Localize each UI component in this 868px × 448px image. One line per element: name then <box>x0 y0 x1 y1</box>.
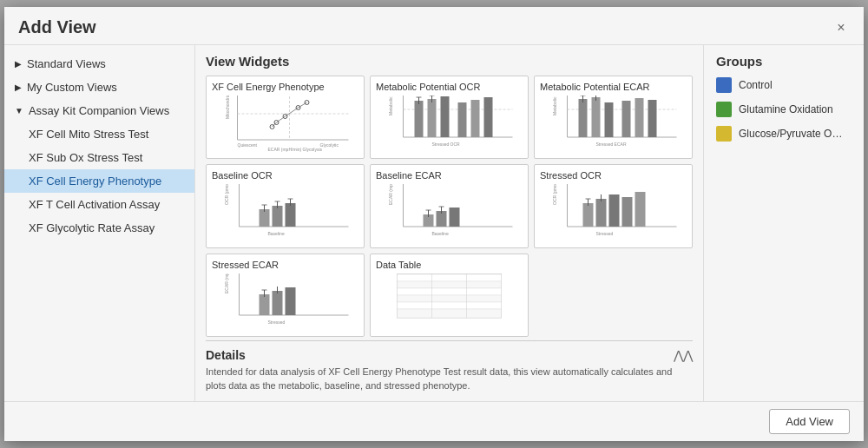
widget-chart-scatter: Mitochondrial Respiration OCR (pmol/min)… <box>212 96 358 153</box>
add-view-button[interactable]: Add View <box>769 409 850 434</box>
svg-rect-23 <box>415 101 424 137</box>
svg-rect-99 <box>398 288 502 295</box>
groups-panel: Groups Control Glutamine Oxidation Gluco… <box>703 45 864 401</box>
svg-text:Stressed ECAR: Stressed ECAR <box>596 142 627 147</box>
svg-rect-42 <box>635 98 644 137</box>
widget-stressed-ecar[interactable]: Stressed ECAR ECAR (mpH/min) <box>206 254 365 337</box>
svg-rect-40 <box>605 102 614 137</box>
widget-baseline-ecar[interactable]: Baseline ECAR ECAR (mpH/min) <box>370 164 529 247</box>
modal-header: Add View × <box>4 7 864 45</box>
widget-title: Baseline ECAR <box>376 170 523 181</box>
widget-title: Baseline OCR <box>212 170 358 181</box>
svg-line-17 <box>299 102 307 108</box>
svg-text:Stressed: Stressed <box>268 320 286 325</box>
widget-baseline-ocr[interactable]: Baseline OCR OCR (pmol/min) <box>206 164 365 247</box>
widget-chart-bar-pct: Metabolic Potential (% baseline) <box>376 96 523 153</box>
svg-rect-80 <box>635 192 646 227</box>
chevron-down-icon: ▼ <box>15 106 23 115</box>
svg-text:ECAR (mpH/min) Glycolysis: ECAR (mpH/min) Glycolysis <box>268 147 323 152</box>
sidebar-item-assay-kit[interactable]: ▼ Assay Kit Companion Views <box>4 99 194 122</box>
svg-rect-26 <box>458 102 467 137</box>
group-item-control: Control <box>716 77 852 93</box>
svg-line-16 <box>286 108 299 116</box>
group-label-control: Control <box>739 79 773 91</box>
svg-rect-88 <box>260 294 270 315</box>
chevron-right-icon: ▶ <box>15 59 22 69</box>
sidebar-item-label: XF T Cell Activation Assay <box>29 198 160 211</box>
sidebar-item-label: XF Glycolytic Rate Assay <box>29 221 155 234</box>
widget-chart-baseline-ecar: ECAR (mpH/min) Baseline <box>376 184 523 241</box>
svg-rect-27 <box>471 100 480 137</box>
widget-chart-bar-pct2: Metabolic Potential (% baseline) <box>540 96 687 153</box>
widget-title: Stressed OCR <box>540 170 687 181</box>
sidebar-item-label: Assay Kit Companion Views <box>29 104 169 117</box>
sidebar-item-my-custom-views[interactable]: ▶ My Custom Views <box>4 76 194 99</box>
svg-rect-101 <box>398 302 502 309</box>
modal-body: ▶ Standard Views ▶ My Custom Views ▼ Ass… <box>4 45 864 401</box>
svg-text:Baseline: Baseline <box>432 231 449 236</box>
svg-rect-102 <box>398 309 502 318</box>
svg-rect-38 <box>579 99 588 137</box>
widget-xf-cell-energy-phenotype[interactable]: XF Cell Energy Phenotype Mitochondrial R… <box>206 76 365 159</box>
details-header: Details ⋀⋀ <box>206 348 693 362</box>
svg-rect-67 <box>450 208 460 227</box>
svg-text:Stressed OCR: Stressed OCR <box>432 142 461 147</box>
close-button[interactable]: × <box>832 19 850 36</box>
sidebar-item-standard-views[interactable]: ▶ Standard Views <box>4 52 194 76</box>
details-section: Details ⋀⋀ Intended for data analysis of… <box>206 340 693 392</box>
svg-text:Glycolytic: Glycolytic <box>320 142 339 148</box>
widget-title: Stressed ECAR <box>212 260 358 270</box>
group-label-glutamine: Glutamine Oxidation <box>739 103 833 115</box>
svg-rect-98 <box>398 281 502 288</box>
svg-rect-77 <box>596 199 607 227</box>
svg-text:Stressed: Stressed <box>596 231 614 236</box>
svg-rect-76 <box>583 203 594 227</box>
groups-title: Groups <box>716 54 852 69</box>
details-collapse-button[interactable]: ⋀⋀ <box>674 348 693 362</box>
widgets-grid: XF Cell Energy Phenotype Mitochondrial R… <box>206 76 693 337</box>
add-view-modal: Add View × ▶ Standard Views ▶ My Custom … <box>4 7 864 441</box>
group-color-glucose <box>716 126 732 142</box>
widget-metabolic-potential-ecar[interactable]: Metabolic Potential ECAR Metabolic Poten… <box>534 76 693 159</box>
svg-rect-24 <box>428 99 437 137</box>
widget-title: Metabolic Potential OCR <box>376 82 523 92</box>
sidebar-item-label: Standard Views <box>27 57 106 70</box>
modal-overlay: Add View × ▶ Standard Views ▶ My Custom … <box>0 0 868 448</box>
svg-rect-41 <box>622 101 631 137</box>
svg-rect-89 <box>273 291 283 315</box>
svg-text:Metabolic Potential (% baselin: Metabolic Potential (% baseline) <box>388 96 393 115</box>
svg-text:OCR (pmol/min): OCR (pmol/min) <box>552 184 557 204</box>
svg-text:ECAR (mpH/min): ECAR (mpH/min) <box>224 273 229 293</box>
svg-rect-79 <box>622 197 633 227</box>
widget-metabolic-potential-ocr[interactable]: Metabolic Potential OCR Metabolic Potent… <box>370 76 529 159</box>
widget-title: XF Cell Energy Phenotype <box>212 82 358 92</box>
details-title: Details <box>206 348 246 362</box>
group-color-control <box>716 77 732 93</box>
svg-text:OCR (pmol/min): OCR (pmol/min) <box>224 184 229 204</box>
svg-rect-96 <box>398 273 502 274</box>
svg-rect-28 <box>484 97 493 137</box>
widget-chart-stressed-ecar: ECAR (mpH/min) Stressed <box>212 273 358 331</box>
sidebar-item-xf-cell-mito[interactable]: XF Cell Mito Stress Test <box>4 122 194 146</box>
svg-rect-43 <box>648 100 657 137</box>
details-text: Intended for data analysis of XF Cell En… <box>206 366 693 392</box>
sidebar-item-label: My Custom Views <box>27 81 117 94</box>
widget-stressed-ocr[interactable]: Stressed OCR OCR (pmol/min) <box>534 164 693 247</box>
group-item-glucose: Glucose/Pyruvate O… <box>716 126 852 142</box>
widget-title: Metabolic Potential ECAR <box>540 82 687 92</box>
svg-rect-53 <box>273 206 283 227</box>
widget-chart-stressed-ocr: OCR (pmol/min) Stressed <box>540 184 687 241</box>
svg-rect-25 <box>441 96 450 137</box>
modal-title: Add View <box>18 17 96 37</box>
main-content: View Widgets XF Cell Energy Phenotype Mi… <box>195 45 703 401</box>
svg-text:ECAR (mpH/min): ECAR (mpH/min) <box>388 184 393 204</box>
svg-rect-97 <box>398 274 502 281</box>
sidebar-item-xf-glycolytic[interactable]: XF Glycolytic Rate Assay <box>4 216 194 240</box>
group-label-glucose: Glucose/Pyruvate O… <box>739 128 842 140</box>
sidebar-item-xf-cell-energy[interactable]: XF Cell Energy Phenotype <box>4 169 194 193</box>
sidebar-item-xf-t-cell[interactable]: XF T Cell Activation Assay <box>4 193 194 216</box>
widget-data-table[interactable]: Data Table <box>370 254 529 337</box>
sidebar-item-xf-sub-ox[interactable]: XF Sub Ox Stress Test <box>4 146 194 169</box>
modal-footer: Add View <box>4 401 864 441</box>
svg-text:Baseline: Baseline <box>268 231 285 236</box>
